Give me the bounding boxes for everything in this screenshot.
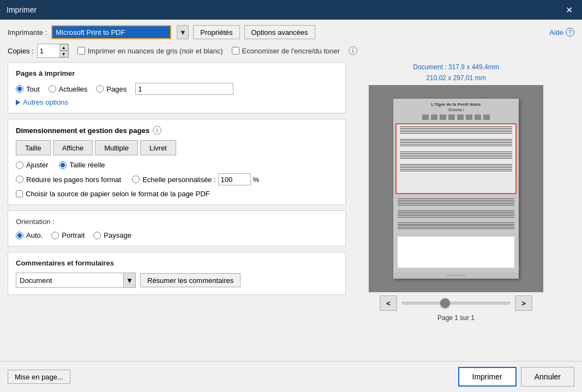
preview-page: L'Ogre de la Forêt Noire Sinfonia I xyxy=(393,99,519,279)
print-button[interactable]: Imprimer xyxy=(458,367,517,387)
paysage-radio-label[interactable]: Paysage xyxy=(93,231,131,239)
dim-section: Dimensionnement et gestion des pages i T… xyxy=(8,119,346,205)
echelle-radio-label[interactable]: Echelle personnalisée : xyxy=(132,176,215,184)
properties-button[interactable]: Propriétés xyxy=(193,25,239,39)
comment-select[interactable]: Document xyxy=(16,273,123,287)
next-button[interactable]: > xyxy=(515,295,532,311)
preview-title-line1: L'Ogre de la Forêt Noire xyxy=(398,102,514,107)
preview-header: L'Ogre de la Forêt Noire Sinfonia I xyxy=(393,99,519,122)
pages-radio[interactable] xyxy=(96,85,104,93)
orientation-content: Orientation : Auto. Portrait xyxy=(16,218,338,239)
choisir-checkbox-label[interactable]: Choisir la source de papier selon le for… xyxy=(16,190,338,198)
reduire-label: Réduire les pages hors format xyxy=(26,176,121,184)
bottom-bar: Mise en page... Imprimer Annuler xyxy=(0,361,582,392)
copies-decrement[interactable]: ▼ xyxy=(59,51,68,57)
selection-box xyxy=(395,123,517,194)
ajuster-radio[interactable] xyxy=(16,161,23,169)
print-dialog: Imprimer ✕ Imprimante : Microsoft Print … xyxy=(0,0,582,392)
portrait-radio-label[interactable]: Portrait xyxy=(51,231,85,239)
taille-reelle-radio[interactable] xyxy=(59,161,67,169)
second-row: Copies : ▲ ▼ Imprimer en nuances de gris… xyxy=(8,44,574,58)
copies-spinners: ▲ ▼ xyxy=(59,44,68,57)
preview-title-line2: Sinfonia I xyxy=(398,107,514,112)
slider-thumb[interactable] xyxy=(440,298,450,308)
left-panel: Pages à imprimer Tout Actuelles Pages xyxy=(8,62,346,355)
scale-input[interactable] xyxy=(218,173,251,185)
orientation-section: Orientation : Auto. Portrait xyxy=(8,210,346,246)
paysage-label: Paysage xyxy=(104,231,131,239)
grayscale-checkbox-label[interactable]: Imprimer en nuances de gris (noir et bla… xyxy=(77,47,223,55)
ajuster-radio-label[interactable]: Ajuster xyxy=(16,161,48,169)
printer-label: Imprimante : xyxy=(8,28,47,37)
triangle-icon xyxy=(16,100,20,105)
comment-row: Document ▼ Résumer les commentaires xyxy=(16,273,338,288)
tab-multiple[interactable]: Multiple xyxy=(95,140,138,155)
scale-unit: % xyxy=(253,176,260,184)
tab-taille[interactable]: Taille xyxy=(16,140,51,155)
tout-radio-label[interactable]: Tout xyxy=(16,85,40,93)
autres-options-label: Autres options xyxy=(23,98,68,106)
copies-input-wrap: ▲ ▼ xyxy=(37,44,69,58)
reduire-radio-label[interactable]: Réduire les pages hors format xyxy=(16,176,121,184)
economize-checkbox[interactable] xyxy=(232,47,239,55)
slider-track[interactable] xyxy=(401,301,511,305)
copies-input[interactable] xyxy=(38,44,59,57)
pages-section-title: Pages à imprimer xyxy=(16,69,338,77)
comments-section: Commentaires et formulaires Document ▼ R… xyxy=(8,252,346,295)
reduire-radio[interactable] xyxy=(16,176,23,183)
auto-label: Auto. xyxy=(26,231,43,239)
prev-button[interactable]: < xyxy=(380,295,397,311)
copies-increment[interactable]: ▲ xyxy=(59,44,68,51)
top-row: Imprimante : Microsoft Print to PDF ▼ Pr… xyxy=(8,25,574,39)
right-panel: Document : 317,9 x 449,4mm 210,02 x 297,… xyxy=(352,62,560,355)
auto-radio[interactable] xyxy=(16,232,23,239)
portrait-label: Portrait xyxy=(62,231,85,239)
aide-icon: ? xyxy=(566,28,574,37)
taille-reelle-radio-label[interactable]: Taille réelle xyxy=(59,161,105,169)
auto-radio-label[interactable]: Auto. xyxy=(16,231,43,239)
pages-radio-group: Tout Actuelles Pages xyxy=(16,83,338,95)
actuelles-label: Actuelles xyxy=(59,85,88,93)
choisir-label: Choisir la source de papier selon le for… xyxy=(26,190,209,198)
printer-select[interactable]: Microsoft Print to PDF xyxy=(51,25,171,39)
actuelles-radio[interactable] xyxy=(49,85,56,93)
printer-dropdown-arrow[interactable]: ▼ xyxy=(177,25,189,39)
actuelles-radio-label[interactable]: Actuelles xyxy=(49,85,88,93)
size-radio-row-1: Ajuster Taille réelle xyxy=(16,161,338,169)
pages-input[interactable] xyxy=(135,83,233,95)
page-indicator: Page 1 sur 1 xyxy=(437,314,475,322)
economize-checkbox-label[interactable]: Economiser de l'encre/du toner xyxy=(232,47,340,55)
portrait-radio[interactable] xyxy=(51,232,59,239)
copies-group: Copies : ▲ ▼ xyxy=(8,44,69,58)
comment-dropdown-btn[interactable]: ▼ xyxy=(123,273,135,287)
close-button[interactable]: ✕ xyxy=(562,3,575,16)
aide-label: Aide xyxy=(549,28,563,37)
paysage-radio[interactable] xyxy=(93,232,101,239)
main-content: Pages à imprimer Tout Actuelles Pages xyxy=(8,62,574,355)
preview-area: L'Ogre de la Forêt Noire Sinfonia I xyxy=(369,85,543,292)
tout-radio[interactable] xyxy=(16,85,23,93)
pages-section: Pages à imprimer Tout Actuelles Pages xyxy=(8,62,346,113)
resumer-button[interactable]: Résumer les commentaires xyxy=(140,273,241,287)
doc-info: Document : 317,9 x 449,4mm xyxy=(413,63,499,71)
echelle-radio[interactable] xyxy=(132,176,140,183)
pages-radio-label[interactable]: Pages xyxy=(96,85,127,93)
autres-options[interactable]: Autres options xyxy=(16,98,338,106)
scale-wrap: Echelle personnalisée : % xyxy=(132,173,259,185)
dim-section-title: Dimensionnement et gestion des pages xyxy=(16,126,149,135)
mise-en-page-button[interactable]: Mise en page... xyxy=(8,370,70,384)
grayscale-checkbox[interactable] xyxy=(77,47,85,55)
tab-affiche[interactable]: Affiche xyxy=(53,140,93,155)
dialog-title: Imprimer xyxy=(7,5,37,14)
nav-row: < > xyxy=(352,295,560,311)
tout-label: Tout xyxy=(26,85,40,93)
doc-size: 210,02 x 297,01 mm xyxy=(426,74,485,82)
choisir-checkbox[interactable] xyxy=(16,190,23,197)
dim-info-icon: i xyxy=(153,126,161,135)
grayscale-label: Imprimer en nuances de gris (noir et bla… xyxy=(88,47,223,55)
aide-link[interactable]: Aide ? xyxy=(549,28,574,37)
tab-livret[interactable]: Livret xyxy=(140,140,176,155)
cancel-button[interactable]: Annuler xyxy=(521,367,574,387)
dim-section-header: Dimensionnement et gestion des pages i xyxy=(16,126,338,135)
advanced-button[interactable]: Options avancées xyxy=(244,25,315,39)
